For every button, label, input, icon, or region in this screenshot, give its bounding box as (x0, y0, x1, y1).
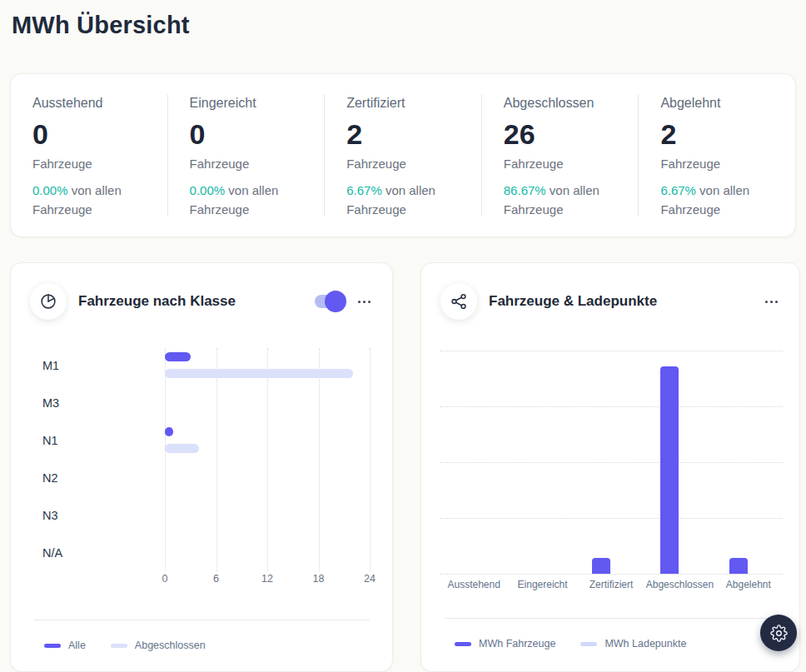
x-category-label: Eingereicht (508, 579, 576, 590)
class-chart-plot (165, 346, 370, 571)
stat-percent: 6.67% (660, 183, 696, 197)
legend-item[interactable]: Abgeschlossen (111, 640, 206, 651)
mwh-chart-legend: MWh FahrzeugeMWh Ladepunkte (455, 638, 799, 650)
share-icon (440, 283, 477, 320)
pie-chart-icon (30, 283, 67, 320)
stat-unit: Fahrzeuge (346, 157, 468, 171)
x-category-label: Ausstehend (440, 579, 508, 590)
stat-label: Zertifiziert (346, 96, 468, 111)
bar-abgeschlossen (165, 444, 199, 453)
vehicles-chargers-card: Fahrzeuge & Ladepunkte AusstehendEingere… (420, 262, 800, 672)
class-row (165, 534, 370, 571)
ellipsis-icon[interactable] (356, 297, 372, 306)
stat-label: Abgeschlossen (504, 96, 625, 111)
mwh-bar-groups (440, 351, 783, 574)
stat-label: Abgelehnt (660, 96, 782, 111)
class-row-label: M3 (34, 384, 165, 421)
class-row (165, 346, 370, 384)
stat-zertifiziert: Zertifiziert 2 Fahrzeuge 6.67% von allen… (324, 94, 481, 217)
stat-percent-line: 6.67% von allen Fahrzeuge (660, 182, 773, 219)
page-title: MWh Übersicht (12, 12, 190, 39)
stat-percent-line: 6.67% von allen Fahrzeuge (346, 182, 459, 219)
gridline (370, 348, 371, 571)
bar-alle (165, 352, 191, 361)
stat-unit: Fahrzeuge (504, 157, 625, 171)
class-row (165, 421, 370, 459)
class-chart: M1M3N1N2N3N/A (34, 346, 370, 571)
x-tick-label: 12 (261, 573, 273, 585)
stat-unit: Fahrzeuge (660, 157, 782, 171)
class-row (165, 459, 370, 496)
bar-abgeschlossen (165, 369, 353, 378)
card-title: Fahrzeuge & Ladepunkte (489, 293, 657, 310)
settings-fab[interactable] (760, 615, 797, 651)
toggle-knob (325, 291, 346, 312)
mwh-chart-plot (440, 351, 783, 574)
class-row-label: M1 (34, 346, 165, 384)
bar-group (714, 351, 783, 574)
stat-value: 0 (190, 118, 311, 151)
class-chart-legend: AlleAbgeschlossen (44, 640, 392, 651)
stat-ausstehend: Ausstehend 0 Fahrzeuge 0.00% von allen F… (11, 94, 167, 217)
gear-icon (770, 625, 788, 642)
legend-swatch (44, 644, 61, 648)
x-category-label: Zertifiziert (577, 579, 645, 590)
class-row (165, 384, 370, 421)
stat-percent: 86.67% (504, 183, 546, 197)
class-row-label: N1 (34, 421, 165, 459)
card-divider (34, 620, 370, 620)
stat-percent-line: 0.00% von allen Fahrzeuge (32, 182, 145, 219)
stat-value: 2 (660, 118, 782, 151)
legend-label: MWh Fahrzeuge (479, 638, 555, 650)
legend-label: Alle (68, 640, 86, 651)
card-header: Fahrzeuge nach Klasse (11, 263, 392, 320)
stat-unit: Fahrzeuge (190, 157, 311, 171)
x-category-label: Abgeschlossen (645, 579, 714, 590)
x-tick-label: 24 (364, 573, 376, 585)
x-tick-label: 6 (213, 573, 219, 585)
legend-swatch (455, 642, 471, 646)
class-chart-x-axis: 06121824 (165, 573, 370, 590)
x-tick-label: 0 (162, 573, 168, 585)
ellipsis-icon[interactable] (764, 297, 779, 306)
class-row-label: N/A (34, 534, 165, 571)
x-category-label: Abgelehnt (714, 579, 783, 590)
bar-alle (165, 427, 173, 436)
stats-card: Ausstehend 0 Fahrzeuge 0.00% von allen F… (10, 73, 796, 237)
stat-value: 2 (346, 118, 468, 151)
mwh-chart-x-axis: AusstehendEingereichtZertifiziertAbgesch… (440, 579, 783, 590)
class-row (165, 496, 370, 534)
legend-swatch (580, 642, 597, 646)
bar-group (645, 351, 714, 574)
bar-mwh-fahrzeuge (729, 558, 748, 574)
stat-percent: 0.00% (32, 183, 68, 197)
legend-item[interactable]: Alle (44, 640, 86, 651)
chart-toggle[interactable] (315, 295, 345, 308)
card-header: Fahrzeuge & Ladepunkte (421, 263, 799, 320)
stat-label: Ausstehend (32, 96, 154, 111)
stat-unit: Fahrzeuge (32, 157, 154, 171)
stat-value: 26 (504, 118, 625, 151)
stat-percent: 0.00% (190, 183, 226, 197)
legend-label: MWh Ladepunkte (604, 638, 686, 650)
stat-percent-line: 86.67% von allen Fahrzeuge (504, 182, 616, 219)
stat-eingereicht: Eingereicht 0 Fahrzeuge 0.00% von allen … (167, 94, 325, 217)
stat-abgelehnt: Abgelehnt 2 Fahrzeuge 6.67% von allen Fa… (638, 94, 795, 217)
legend-item[interactable]: MWh Ladepunkte (580, 638, 686, 650)
x-tick-label: 18 (313, 573, 325, 585)
legend-item[interactable]: MWh Fahrzeuge (455, 638, 555, 650)
bar-group (508, 351, 576, 574)
card-divider (445, 618, 777, 619)
legend-label: Abgeschlossen (135, 640, 206, 651)
bar-mwh-fahrzeuge (592, 558, 610, 574)
stat-label: Eingereicht (190, 96, 311, 111)
stat-percent-line: 0.00% von allen Fahrzeuge (190, 182, 302, 219)
gridline (440, 574, 783, 575)
vehicles-by-class-card: Fahrzeuge nach Klasse M1M3N1N2N3N/A 0612… (10, 262, 393, 672)
bar-group (440, 351, 508, 574)
class-row-label: N2 (34, 459, 165, 496)
bar-group (577, 351, 645, 574)
stat-abgeschlossen: Abgeschlossen 26 Fahrzeuge 86.67% von al… (481, 94, 639, 217)
card-title: Fahrzeuge nach Klasse (78, 293, 236, 310)
legend-swatch (111, 644, 127, 648)
